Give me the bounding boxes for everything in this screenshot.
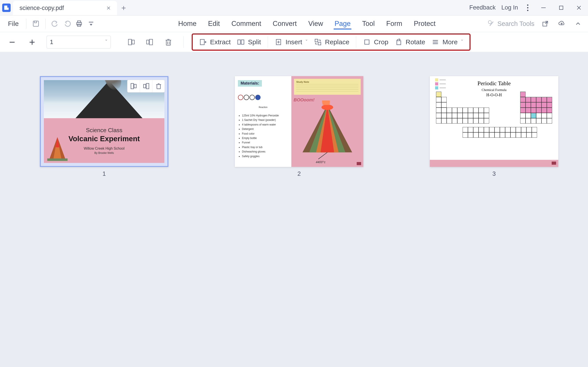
thumb-insert-right-icon[interactable]: [140, 80, 152, 92]
sticky-note: Study Note: [294, 79, 361, 95]
svg-rect-22: [200, 39, 204, 45]
print-icon[interactable]: [74, 18, 85, 29]
separator: [356, 36, 356, 48]
window-minimize-icon[interactable]: [537, 2, 549, 14]
thumb-wrap-1: Science Class Volcanic Experiment Willow…: [40, 76, 168, 177]
page-marker-icon: [552, 162, 556, 165]
slide3-title: Periodic Table: [435, 80, 553, 87]
window-maximize-icon[interactable]: [555, 2, 567, 14]
menubar-right: Search Tools: [488, 18, 584, 29]
save-icon[interactable]: [30, 18, 42, 29]
list-item: 4 tablespoons of warm water: [242, 122, 288, 127]
svg-rect-1: [559, 6, 563, 9]
file-menu[interactable]: File: [4, 19, 22, 29]
slide3-body: Periodic Table Chemical Formula H-O-O-H: [430, 76, 558, 160]
svg-rect-24: [238, 40, 240, 44]
zoom-out-icon[interactable]: −: [7, 36, 18, 48]
document-tab[interactable]: science-copy.pdf ✕: [13, 1, 117, 15]
svg-rect-5: [34, 21, 37, 23]
search-tools[interactable]: Search Tools: [488, 20, 534, 27]
menu-edit[interactable]: Edit: [207, 18, 221, 29]
list-item: Plastic tray or tub: [242, 145, 288, 150]
highlighted-page-tools: Extract Split Insert ˅ Replace Crop Rota…: [192, 33, 471, 51]
zoom-value: 1: [50, 39, 53, 46]
replace-button[interactable]: Replace: [311, 36, 352, 48]
materials-badge: Materials:: [238, 80, 262, 87]
menu-items: Home Edit Comment Convert View Page Tool…: [177, 18, 436, 29]
svg-rect-25: [241, 40, 244, 44]
crop-button[interactable]: Crop: [360, 36, 392, 48]
menu-page[interactable]: Page: [334, 18, 351, 29]
cloud-upload-icon[interactable]: [556, 18, 567, 29]
window-close-icon[interactable]: [573, 2, 585, 14]
kebab-menu-icon[interactable]: [524, 4, 532, 11]
menu-home[interactable]: Home: [177, 18, 197, 29]
app-logo-icon: [2, 4, 11, 12]
open-external-icon[interactable]: [540, 18, 551, 29]
menu-view[interactable]: View: [307, 18, 324, 29]
insert-page-left-icon[interactable]: [124, 36, 138, 48]
insert-button[interactable]: Insert ˅: [271, 36, 311, 48]
menu-tool[interactable]: Tool: [361, 18, 375, 29]
new-tab-button[interactable]: ＋: [117, 0, 130, 15]
svg-rect-14: [132, 40, 135, 44]
svg-rect-31: [365, 40, 369, 44]
quick-access-dropdown-icon[interactable]: [85, 18, 97, 29]
undo-icon[interactable]: [50, 18, 61, 29]
close-tab-icon[interactable]: ✕: [104, 4, 113, 12]
note-title: Study Note: [296, 81, 358, 83]
slide2-content: Materials: Reaction 125ml 10% Hydrogen P…: [235, 76, 363, 167]
app-logo: [0, 0, 13, 15]
separator: [45, 19, 46, 29]
more-button[interactable]: More ˅: [428, 36, 466, 48]
redo-icon[interactable]: [62, 18, 73, 29]
svg-line-52: [318, 152, 327, 159]
page-marker-icon: [357, 162, 361, 165]
svg-rect-44: [157, 84, 160, 89]
extract-label: Extract: [210, 38, 231, 46]
materials-list: 125ml 10% Hydrogen Peroxide 1 Sachet Dry…: [238, 113, 288, 158]
page-thumbnail-2[interactable]: Materials: Reaction 125ml 10% Hydrogen P…: [235, 76, 363, 167]
list-item: Funnel: [242, 140, 288, 145]
list-item: 125ml 10% Hydrogen Peroxide: [242, 113, 288, 118]
insert-page-right-icon[interactable]: [143, 36, 157, 48]
separator: [26, 19, 26, 29]
menu-protect[interactable]: Protect: [413, 18, 436, 29]
svg-rect-41: [134, 84, 136, 88]
list-item: Food color: [242, 132, 288, 136]
chevron-down-icon: ˅: [105, 39, 107, 45]
feedback-link[interactable]: Feedback: [469, 4, 496, 11]
slide3-content: Periodic Table Chemical Formula H-O-O-H: [430, 76, 558, 167]
svg-rect-43: [146, 83, 149, 89]
svg-rect-17: [166, 40, 170, 45]
replace-label: Replace: [325, 38, 349, 46]
menu-comment[interactable]: Comment: [230, 18, 262, 29]
menu-form[interactable]: Form: [385, 18, 403, 29]
more-label: More: [443, 38, 458, 46]
zoom-in-icon[interactable]: +: [26, 36, 38, 48]
extract-button[interactable]: Extract: [196, 36, 234, 48]
molecules-illustration: [238, 90, 288, 105]
rotate-button[interactable]: Rotate: [392, 36, 428, 48]
delete-page-icon[interactable]: [161, 36, 175, 48]
svg-rect-39: [47, 158, 68, 161]
menu-convert[interactable]: Convert: [272, 18, 298, 29]
thumb-insert-left-icon[interactable]: [128, 80, 140, 92]
split-button[interactable]: Split: [234, 36, 264, 48]
login-link[interactable]: Log In: [501, 4, 518, 11]
thumb-delete-icon[interactable]: [152, 80, 165, 92]
search-placeholder: Search Tools: [497, 20, 534, 27]
thumb-wrap-2: Materials: Reaction 125ml 10% Hydrogen P…: [235, 76, 363, 177]
zoom-controls: − + 1 ˅: [7, 36, 111, 49]
svg-rect-16: [149, 39, 153, 45]
wand-icon: [488, 20, 495, 27]
svg-rect-32: [397, 41, 401, 45]
slide3-footer: [430, 160, 558, 167]
separator: [183, 36, 184, 48]
collapse-ribbon-icon[interactable]: [572, 18, 584, 29]
page-thumbnail-1[interactable]: Science Class Volcanic Experiment Willow…: [40, 76, 168, 167]
separator: [268, 36, 268, 48]
zoom-select[interactable]: 1 ˅: [47, 36, 111, 49]
page-thumbnail-3[interactable]: Periodic Table Chemical Formula H-O-O-H: [430, 76, 558, 167]
temp-label: 4400°c: [316, 160, 325, 164]
